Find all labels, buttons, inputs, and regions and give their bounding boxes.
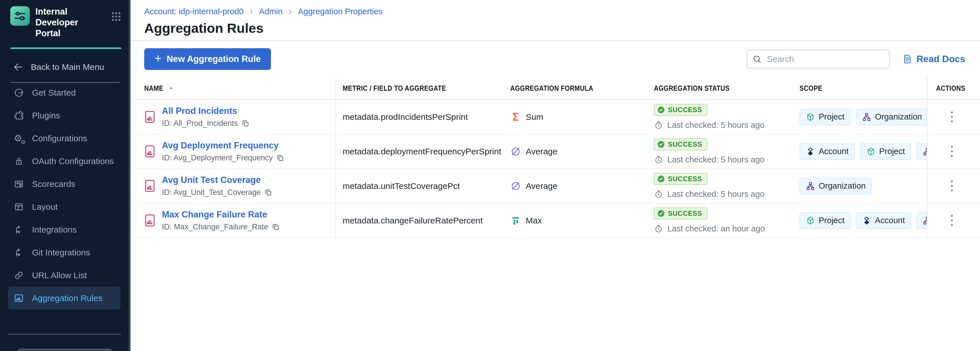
formula-label: Average xyxy=(526,147,557,156)
clock-icon xyxy=(654,121,663,130)
sidebar-item-scorecards[interactable]: Scorecards xyxy=(0,173,129,195)
sidebar-item-git-integrations[interactable]: Git Integrations xyxy=(0,241,129,264)
rule-id-text: ID: Avg_Deployment_Frequency xyxy=(162,154,273,162)
column-header-status: AGGREGATION STATUS xyxy=(654,84,800,92)
sidebar-item-plugins[interactable]: Plugins xyxy=(0,104,129,127)
chevron-right-icon xyxy=(286,8,294,16)
sidebar-item-label: Scorecards xyxy=(32,179,75,189)
column-header-actions: ACTIONS xyxy=(927,84,980,92)
metric-field: metadata.changeFailureRatePercent xyxy=(343,216,482,225)
scope-label: Organization xyxy=(819,181,865,191)
sidebar-bottom-divider xyxy=(8,334,121,334)
project-icon xyxy=(866,147,875,156)
sidebar: Internal Developer Portal Back to Main M… xyxy=(0,0,130,351)
account-icon xyxy=(806,147,815,156)
rule-name-link[interactable]: Avg Deployment Frequency xyxy=(162,140,279,150)
sidebar-item-label: Git Integrations xyxy=(32,248,90,257)
table-header: NAME METRIC / FIELD TO AGGREGATE AGGREGA… xyxy=(130,77,980,100)
aggregation-rule-icon xyxy=(144,214,156,227)
rule-id: ID: Max_Change_Failure_Rate xyxy=(162,222,280,232)
sidebar-item-label: Configurations xyxy=(32,133,87,143)
kebab-menu-button[interactable] xyxy=(948,178,955,194)
document-icon xyxy=(902,54,912,64)
rule-id-text: ID: All_Prod_Incidents xyxy=(162,119,238,128)
rule-id-text: ID: Max_Change_Failure_Rate xyxy=(162,222,268,232)
check-icon xyxy=(657,106,665,114)
scorecards-icon xyxy=(14,179,24,189)
clock-icon xyxy=(654,155,663,164)
last-checked: Last checked: an hour ago xyxy=(654,224,765,233)
name-cell: Avg Unit Test Coverage ID: Avg_Unit_Test… xyxy=(162,175,272,197)
scope-cell: ProjectAccountOrganization xyxy=(800,212,927,229)
scope-chip-account: Account xyxy=(800,143,855,160)
search-icon xyxy=(752,54,762,64)
sidebar-item-layout[interactable]: Layout xyxy=(0,195,129,218)
rule-name-link[interactable]: All Prod Incidents xyxy=(162,106,237,116)
column-header-scope: SCOPE xyxy=(800,84,927,92)
sidebar-scrollbar[interactable] xyxy=(129,0,130,351)
app-logo xyxy=(10,6,30,26)
apps-grid-icon[interactable] xyxy=(110,11,122,22)
metric-field: metadata.unitTestCoveragePct xyxy=(343,181,460,191)
sidebar-item-url-allow-list[interactable]: URL Allow List xyxy=(0,264,129,287)
table-row: Avg Deployment Frequency ID: Avg_Deploym… xyxy=(130,134,980,169)
kebab-menu-button[interactable] xyxy=(948,213,955,228)
back-to-main-menu[interactable]: Back to Main Menu xyxy=(0,49,130,73)
last-checked: Last checked: 5 hours ago xyxy=(654,155,764,164)
sidebar-item-configurations[interactable]: ⚙⚙Configurations xyxy=(0,127,129,150)
breadcrumb-link[interactable]: Aggregation Properties xyxy=(298,7,383,16)
formula-label: Average xyxy=(526,181,557,191)
sidebar-item-oauth-configurations[interactable]: OAuth Configurations xyxy=(0,150,129,173)
page-title: Aggregation Rules xyxy=(144,20,980,36)
sigma-icon: Σ xyxy=(510,111,521,122)
sidebar-item-aggregation-rules[interactable]: Aggregation Rules xyxy=(8,287,121,310)
get-started-icon xyxy=(14,87,24,98)
scope-label: Organization xyxy=(875,112,922,122)
aggregation-rule-icon xyxy=(144,110,156,124)
sidebar-footer-item[interactable] xyxy=(17,349,113,351)
average-icon xyxy=(510,146,521,157)
scope-label: Project xyxy=(879,147,905,156)
breadcrumb-link[interactable]: Account: idp-internal-prod0 xyxy=(144,7,243,16)
sidebar-item-integrations[interactable]: Integrations xyxy=(0,218,129,241)
new-aggregation-rule-button[interactable]: + New Aggregation Rule xyxy=(144,48,271,70)
scope-chip-organization: Organization xyxy=(856,109,927,125)
copy-icon[interactable] xyxy=(241,119,250,127)
kebab-menu-button[interactable] xyxy=(948,143,955,159)
status-badge: SUCCESS xyxy=(654,104,707,116)
scope-chip-organization: Organization xyxy=(916,212,927,229)
scope-chip-project: Project xyxy=(860,143,911,160)
rule-name-link[interactable]: Max Change Failure Rate xyxy=(162,210,267,219)
rule-id: ID: Avg_Deployment_Frequency xyxy=(162,154,285,162)
clock-icon xyxy=(654,224,663,233)
account-icon xyxy=(862,216,871,225)
column-header-name[interactable]: NAME xyxy=(130,84,336,92)
scope-chip-project: Project xyxy=(800,212,851,229)
last-checked-text: Last checked: 5 hours ago xyxy=(667,155,764,164)
sidebar-nav: Get StartedPlugins⚙⚙ConfigurationsOAuth … xyxy=(0,81,129,310)
column-divider xyxy=(927,77,928,238)
search-box[interactable] xyxy=(747,50,889,68)
aggregation-rules-table: NAME METRIC / FIELD TO AGGREGATE AGGREGA… xyxy=(130,77,980,238)
project-icon xyxy=(806,216,815,225)
organization-icon xyxy=(923,147,927,156)
copy-icon[interactable] xyxy=(264,188,272,197)
status-badge: SUCCESS xyxy=(654,173,707,185)
copy-icon[interactable] xyxy=(276,154,285,162)
sidebar-item-get-started[interactable]: Get Started xyxy=(0,81,129,104)
read-docs-link[interactable]: Read Docs xyxy=(902,54,965,65)
breadcrumb-link[interactable]: Admin xyxy=(259,7,282,16)
metric-field: metadata.prodIncidentsPerSprint xyxy=(343,112,468,122)
copy-icon[interactable] xyxy=(272,223,280,231)
status-text: SUCCESS xyxy=(668,140,702,148)
rule-name-link[interactable]: Avg Unit Test Coverage xyxy=(162,175,261,185)
new-rule-label: New Aggregation Rule xyxy=(167,54,261,64)
organization-icon xyxy=(862,113,871,122)
kebab-menu-button[interactable] xyxy=(948,109,955,125)
table-row: Avg Unit Test Coverage ID: Avg_Unit_Test… xyxy=(130,169,980,203)
search-input[interactable] xyxy=(766,54,884,64)
arrow-left-icon xyxy=(13,62,24,73)
organization-icon xyxy=(923,216,927,225)
column-header-metric: METRIC / FIELD TO AGGREGATE xyxy=(336,84,510,92)
sidebar-item-label: OAuth Configurations xyxy=(32,156,114,166)
